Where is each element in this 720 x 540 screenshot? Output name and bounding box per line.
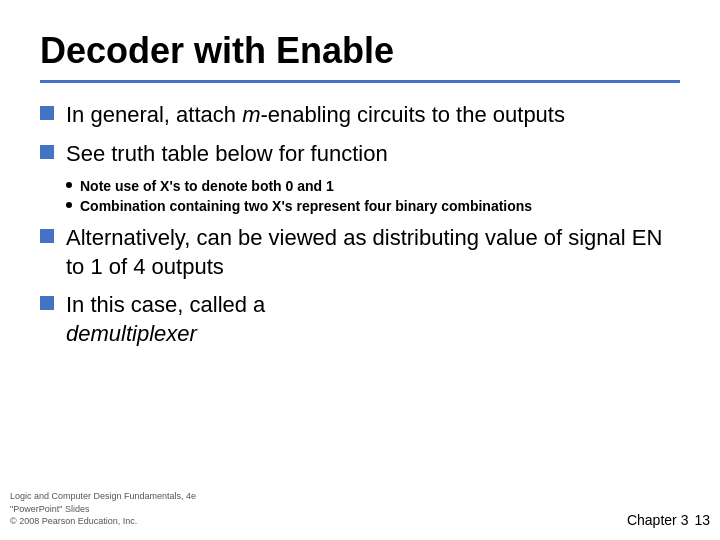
bullet-1-text: In general, attach m-enabling circuits t… bbox=[66, 101, 680, 130]
slide: Decoder with Enable In general, attach m… bbox=[0, 0, 720, 540]
bullet-3-text: Alternatively, can be viewed as distribu… bbox=[66, 224, 680, 281]
footer: Logic and Computer Design Fundamentals, … bbox=[0, 490, 720, 528]
bullet-square-icon-4 bbox=[40, 296, 54, 310]
bullet-4: In this case, called a demultiplexer bbox=[40, 291, 680, 348]
title-divider bbox=[40, 80, 680, 83]
footer-line3: © 2008 Pearson Education, Inc. bbox=[10, 515, 196, 528]
footer-right: Chapter 3 13 bbox=[627, 512, 710, 528]
bullet-3: Alternatively, can be viewed as distribu… bbox=[40, 224, 680, 281]
bullet-square-icon-3 bbox=[40, 229, 54, 243]
slide-title: Decoder with Enable bbox=[40, 30, 680, 72]
bullet-4-text: In this case, called a demultiplexer bbox=[66, 291, 680, 348]
bullet-2: See truth table below for function bbox=[40, 140, 680, 169]
bullet-1: In general, attach m-enabling circuits t… bbox=[40, 101, 680, 130]
sub-bullet-list: Note use of X's to denote both 0 and 1 C… bbox=[66, 178, 680, 214]
footer-line1: Logic and Computer Design Fundamentals, … bbox=[10, 490, 196, 503]
main-bullet-list: In general, attach m-enabling circuits t… bbox=[40, 101, 680, 168]
bullet-2-text: See truth table below for function bbox=[66, 140, 680, 169]
sub-bullet-1-text: Note use of X's to denote both 0 and 1 bbox=[80, 178, 334, 194]
footer-line2: "PowerPoint" Slides bbox=[10, 503, 196, 516]
sub-bullet-1: Note use of X's to denote both 0 and 1 bbox=[66, 178, 680, 194]
main-bullet-list-2: Alternatively, can be viewed as distribu… bbox=[40, 224, 680, 348]
page-number: 13 bbox=[694, 512, 710, 528]
chapter-label: Chapter 3 bbox=[627, 512, 688, 528]
bullet-square-icon bbox=[40, 106, 54, 120]
sub-bullet-2-text: Combination containing two X's represent… bbox=[80, 198, 532, 214]
bullet-square-icon-2 bbox=[40, 145, 54, 159]
sub-bullet-dot-icon bbox=[66, 182, 72, 188]
footer-left: Logic and Computer Design Fundamentals, … bbox=[10, 490, 196, 528]
sub-bullet-2: Combination containing two X's represent… bbox=[66, 198, 680, 214]
sub-bullet-dot-icon-2 bbox=[66, 202, 72, 208]
